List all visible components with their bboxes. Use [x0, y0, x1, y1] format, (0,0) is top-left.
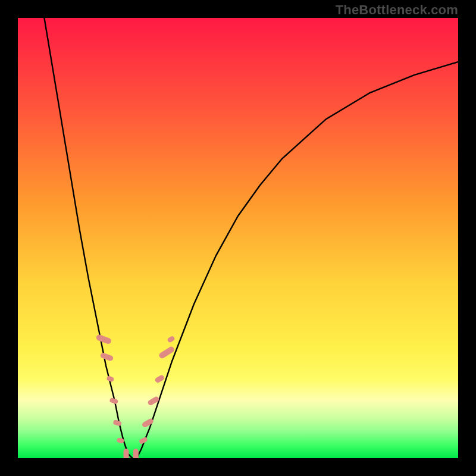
bottleneck-curve	[44, 18, 458, 458]
curve-marker	[112, 419, 122, 427]
curve-marker	[133, 449, 139, 458]
curve-marker	[124, 449, 129, 458]
chart-frame: TheBottleneck.com	[0, 0, 476, 476]
curve-marker	[167, 336, 175, 343]
chart-plot-area	[18, 18, 458, 458]
marker-layer	[95, 334, 175, 458]
curve-marker	[154, 374, 165, 384]
curve-marker	[158, 346, 176, 359]
curve-marker	[106, 375, 114, 383]
curve-marker	[100, 352, 114, 362]
attribution-label: TheBottleneck.com	[336, 2, 458, 18]
chart-svg	[18, 18, 458, 458]
curve-marker	[95, 334, 112, 345]
